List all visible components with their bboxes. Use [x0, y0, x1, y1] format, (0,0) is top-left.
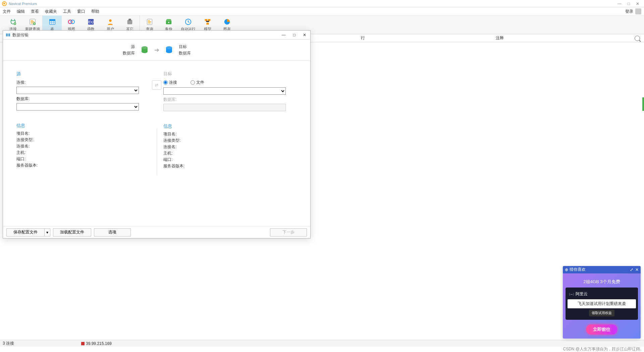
svg-point-25: [166, 46, 172, 49]
target-panel: 目标 连接 文件 数据库: 信息 项目名: 连接类型: 连接名: 主机: 端口:…: [150, 71, 297, 223]
ad-go-button[interactable]: 立即前往: [586, 324, 617, 335]
view-icon: [68, 18, 75, 26]
source-info: 信息 项目名: 连接类型: 连接名: 主机: 端口: 服务器版本:: [16, 123, 150, 168]
src-conn-select[interactable]: [16, 87, 139, 94]
backup-icon: [165, 18, 172, 26]
options-button[interactable]: 选项: [94, 228, 131, 236]
search-icon[interactable]: [635, 36, 640, 41]
titlebar: Navicat Premium — □ ✕: [0, 0, 644, 7]
menu-help[interactable]: 帮助: [91, 9, 99, 14]
svg-text:f(x): f(x): [88, 20, 94, 24]
dialog-close[interactable]: ✕: [303, 33, 306, 37]
info-connname: 连接名:: [16, 143, 150, 149]
tinfo-project: 项目名:: [163, 131, 297, 137]
ad-close[interactable]: ✕: [635, 267, 639, 272]
menu-view[interactable]: 查看: [31, 9, 39, 14]
menu-edit[interactable]: 编辑: [17, 9, 25, 14]
chart-icon: [223, 18, 231, 26]
tgt-db-label: 数据库:: [163, 97, 297, 102]
app-logo-icon: [2, 1, 7, 6]
flow-tgt-top: 目标: [179, 44, 187, 50]
dialog-minimize[interactable]: —: [282, 33, 286, 37]
query-icon: [29, 18, 36, 26]
col-row: 行: [361, 35, 365, 41]
flow-diagram: 源 数据库 ➔ 目标 数据库: [3, 39, 310, 61]
source-panel: 源 连接: 数据库: 信息 项目名: 连接类型: 连接名: 主机: 端口: 服务…: [16, 71, 150, 223]
flow-tgt-bot: 数据库: [179, 50, 191, 56]
database-green-icon: [140, 46, 149, 54]
flow-src-top: 源: [131, 44, 135, 50]
svg-point-6: [71, 20, 74, 24]
status-conn: 3 连接: [3, 341, 14, 346]
info-header-tgt: 信息: [163, 123, 297, 129]
svg-rect-10: [127, 20, 132, 25]
ad-plus-icon: ⊕: [565, 267, 568, 272]
flow-src-bot: 数据库: [123, 50, 135, 56]
info-port: 端口:: [16, 156, 150, 162]
table-icon: [49, 18, 56, 26]
svg-rect-4: [49, 19, 55, 21]
status-bar: 3 连接 39.99.215.169: [0, 340, 644, 347]
login-link[interactable]: 登录: [625, 9, 633, 14]
maximize-button[interactable]: □: [628, 1, 630, 6]
other-icon: [126, 18, 133, 26]
svg-rect-18: [206, 23, 209, 25]
tinfo-host: 主机:: [163, 150, 297, 156]
col-comment: 注释: [496, 35, 504, 41]
info-version: 服务器版本:: [16, 163, 150, 168]
menu-tools[interactable]: 工具: [63, 9, 71, 14]
model-icon: [204, 18, 211, 26]
svg-rect-16: [205, 19, 207, 21]
auto-icon: [184, 18, 192, 26]
info-header: 信息: [16, 123, 150, 129]
menu-window[interactable]: 窗口: [77, 9, 85, 14]
transfer-icon: [6, 33, 10, 37]
tgt-conn-select[interactable]: [163, 87, 286, 95]
tinfo-port: 端口:: [163, 157, 297, 163]
query2-icon: [146, 18, 153, 26]
ad-popup: ⊕ 猜你喜欢 ⤢ ✕ 2核4GB 3个月免费 〔─〕阿里云 飞天加速试用计划重磅…: [563, 266, 641, 339]
minimize-button[interactable]: —: [618, 1, 622, 6]
user-icon: [107, 18, 114, 26]
menu-file[interactable]: 文件: [3, 9, 11, 14]
data-transfer-dialog: 数据传输 — □ ✕ 源 数据库 ➔ 目标 数据库 源 连接: 数据库: 信息: [3, 30, 311, 238]
arrow-icon: ➔: [154, 46, 159, 54]
ad-expand[interactable]: ⤢: [630, 267, 633, 272]
tinfo-conntype: 连接类型:: [163, 138, 297, 143]
swap-button[interactable]: ⇄: [152, 80, 161, 90]
next-button: 下一步: [270, 228, 307, 236]
target-info: 信息 项目名: 连接类型: 连接名: 主机: 端口: 服务器版本:: [163, 123, 297, 169]
dialog-titlebar: 数据传输 — □ ✕: [3, 31, 310, 39]
tgt-db-select: [163, 104, 286, 111]
vertical-divider: [157, 128, 157, 175]
tinfo-connname: 连接名:: [163, 144, 297, 150]
src-db-select[interactable]: [16, 103, 139, 111]
svg-point-14: [168, 22, 169, 23]
target-header: 目标: [163, 71, 297, 77]
menu-favorites[interactable]: 收藏夹: [45, 9, 57, 14]
fx-icon: f(x): [87, 18, 95, 26]
side-indicator: [642, 97, 644, 111]
ad-banner[interactable]: 〔─〕阿里云 飞天加速试用计划重磅来袭 领取试用权益: [566, 288, 638, 320]
svg-rect-17: [208, 19, 210, 21]
dialog-footer: 保存配置文件 ▾ 加载配置文件 选项 下一步: [3, 226, 310, 238]
svg-rect-11: [128, 19, 131, 21]
source-header: 源: [16, 71, 150, 77]
plug-icon: [9, 18, 17, 26]
status-ip: 39.99.215.169: [86, 341, 112, 346]
window-controls: — □ ✕: [618, 1, 642, 6]
radio-file[interactable]: 文件: [191, 80, 204, 85]
info-project: 项目名:: [16, 131, 150, 136]
menubar: 文件 编辑 查看 收藏夹 工具 窗口 帮助 登录: [0, 7, 644, 15]
info-host: 主机:: [16, 150, 150, 156]
avatar-icon[interactable]: [635, 8, 641, 14]
close-button[interactable]: ✕: [636, 1, 639, 6]
dialog-maximize[interactable]: □: [293, 33, 296, 37]
svg-point-23: [142, 46, 148, 49]
save-profile-button[interactable]: 保存配置文件: [6, 228, 44, 236]
info-conntype: 连接类型:: [16, 137, 150, 143]
radio-conn[interactable]: 连接: [163, 80, 177, 85]
tinfo-version: 服务器版本:: [163, 163, 297, 169]
load-profile-button[interactable]: 加载配置文件: [53, 228, 91, 236]
save-profile-dropdown[interactable]: ▾: [44, 228, 50, 236]
